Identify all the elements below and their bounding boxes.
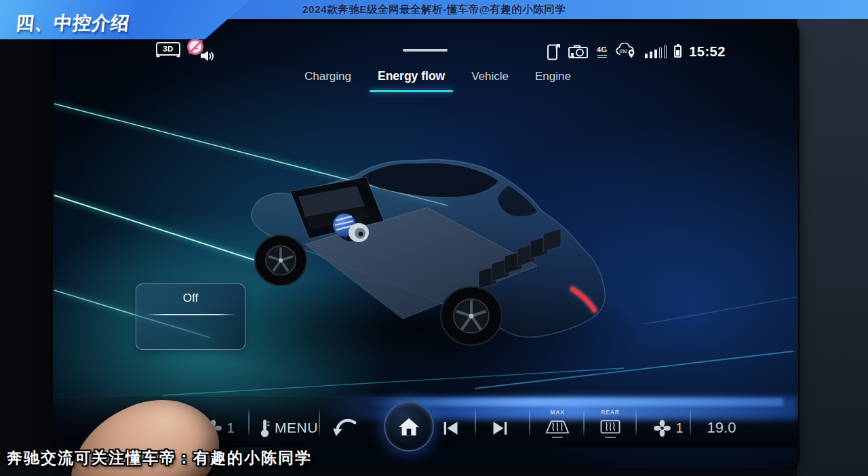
- next-track-icon: [488, 420, 510, 437]
- previous-track-button[interactable]: [439, 414, 464, 441]
- me-label: me: [619, 47, 627, 54]
- indicator-line: [605, 437, 616, 438]
- mercedes-me-connect-icon: me: [615, 43, 637, 61]
- video-title: 2024款奔驰E级全网最全解析-懂车帝@有趣的小陈同学: [302, 3, 566, 17]
- signal-strength-icon: [645, 45, 667, 58]
- divider: [690, 408, 691, 437]
- thermometer-icon: [260, 418, 270, 438]
- off-button-label: Off: [136, 292, 245, 305]
- home-button[interactable]: [384, 401, 434, 452]
- speaker-icon: [201, 50, 214, 62]
- back-arrow-icon: [332, 415, 360, 441]
- tab-vehicle[interactable]: Vehicle: [469, 68, 511, 85]
- sheet-drag-handle[interactable]: [403, 49, 448, 52]
- battery-status-icon: [674, 45, 682, 58]
- passenger-fan-button[interactable]: 1: [647, 414, 690, 441]
- rear-defrost-label: REAR: [601, 409, 619, 416]
- divider: [583, 408, 585, 437]
- 3d-view-icon: 3D: [156, 42, 180, 56]
- video-frame: 3D 4G: [0, 0, 868, 476]
- home-icon: [396, 414, 422, 439]
- menu-label: MENU: [275, 420, 318, 436]
- tab-bar: Charging Energy flow Vehicle Engine: [302, 68, 573, 85]
- tab-energy-flow[interactable]: Energy flow: [376, 68, 447, 85]
- divider: [319, 408, 320, 437]
- driver-camera-icon: [568, 43, 589, 60]
- rear-wheel: [441, 287, 502, 345]
- tab-charging[interactable]: Charging: [302, 68, 353, 85]
- indicator-line: [552, 437, 563, 438]
- divider: [475, 408, 476, 437]
- fan-icon: [654, 420, 671, 437]
- section-title: 四、中控介绍: [15, 4, 132, 35]
- bottom-caption: 奔驰交流可关注懂车帝：有趣的小陈同学: [7, 448, 312, 469]
- off-button[interactable]: Off: [136, 283, 245, 350]
- back-button[interactable]: [330, 414, 362, 441]
- status-bar-right: 4G me 15:52: [547, 39, 726, 64]
- off-button-divider: [146, 314, 235, 315]
- passenger-fan-level: 1: [675, 420, 683, 436]
- previous-track-icon: [441, 420, 462, 437]
- rear-defrost-icon: [596, 416, 625, 435]
- windshield-defrost-icon: [543, 416, 572, 435]
- climate-menu-button[interactable]: MENU: [255, 414, 323, 441]
- phone-sync-icon: [547, 42, 560, 61]
- max-defrost-label: MAX: [550, 409, 564, 416]
- passenger-temperature-button[interactable]: 19.0: [694, 414, 749, 441]
- divider: [529, 408, 530, 437]
- divider: [248, 408, 250, 437]
- max-defrost-button[interactable]: MAX: [540, 405, 575, 441]
- network-4g-icon: 4G: [597, 45, 608, 58]
- rear-defrost-button[interactable]: REAR: [593, 405, 628, 441]
- front-wheel: [255, 235, 307, 285]
- dashboard-panel: [797, 19, 868, 476]
- tab-engine[interactable]: Engine: [533, 68, 573, 85]
- next-track-button[interactable]: [487, 414, 511, 441]
- divider: [635, 408, 637, 437]
- traffic-announcement-muted-icon: [187, 39, 214, 62]
- clock: 15:52: [689, 44, 726, 60]
